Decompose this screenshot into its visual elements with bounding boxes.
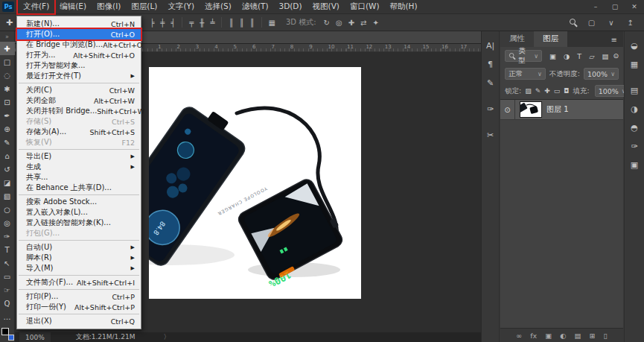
file-menu-item[interactable]: 生成▶ bbox=[17, 162, 141, 172]
menu-item-5[interactable]: 选择(S) bbox=[200, 0, 237, 13]
restore-icon[interactable]: ▢ bbox=[605, 1, 625, 12]
menu-item-1[interactable]: 编辑(E) bbox=[54, 0, 92, 13]
menu-file[interactable]: 文件(F) bbox=[18, 0, 54, 13]
lock-move-icon[interactable]: ✚ bbox=[544, 87, 550, 95]
menu-item-2[interactable]: 图像(I) bbox=[92, 0, 126, 13]
status-expand-icon[interactable]: 〉 bbox=[163, 332, 170, 342]
adjustment-layer-icon[interactable]: ◐ bbox=[560, 332, 566, 340]
filter-type-select[interactable]: 类型 ∨ bbox=[505, 50, 542, 62]
gradient-tool[interactable]: ▧ bbox=[0, 189, 15, 203]
3d-drag-icon[interactable]: ✚ bbox=[345, 19, 357, 27]
layer-style-icon[interactable]: fx bbox=[530, 332, 537, 340]
blend-mode-select[interactable]: 正常 ∨ bbox=[505, 68, 546, 80]
marquee-tool[interactable]: □ bbox=[0, 55, 15, 69]
paragraph-panel-icon[interactable]: ¶ bbox=[482, 56, 499, 72]
shape-tool[interactable]: ▭ bbox=[0, 270, 15, 283]
file-menu-item[interactable]: 在 Behance 上共享(D)... bbox=[17, 183, 141, 193]
menu-item-7[interactable]: 3D(D) bbox=[273, 0, 307, 13]
menu-item-8[interactable]: 视图(V) bbox=[307, 0, 345, 13]
type-tool[interactable]: T bbox=[0, 243, 15, 256]
new-layer-icon[interactable]: ⊞ bbox=[589, 332, 595, 340]
path-selection-tool[interactable]: ↖ bbox=[0, 256, 15, 270]
file-menu-item[interactable]: 打印(P)...Ctrl+P bbox=[17, 291, 141, 302]
3d-roll-icon[interactable]: ◎ bbox=[333, 19, 345, 27]
swatches-panel-icon[interactable]: ▦ bbox=[626, 56, 643, 72]
lock-transparent-icon[interactable]: ▨ bbox=[525, 87, 532, 95]
hand-tool[interactable]: ☞ bbox=[0, 283, 15, 297]
background-color-swatch[interactable] bbox=[8, 335, 14, 341]
move-tool-options-icon[interactable]: ✚ bbox=[3, 18, 16, 28]
dodge-tool[interactable]: ◎ bbox=[0, 216, 15, 229]
blur-tool[interactable]: ○ bbox=[0, 203, 15, 216]
zoom-level-field[interactable]: 100% bbox=[19, 332, 51, 342]
distribute-options-icon[interactable]: ▦ bbox=[266, 19, 278, 27]
group-layers-icon[interactable]: ▤ bbox=[574, 332, 581, 340]
file-menu-item[interactable]: 打开为...Alt+Shift+Ctrl+O bbox=[17, 50, 141, 60]
align-top-edges-icon[interactable]: ╤ bbox=[186, 19, 197, 27]
document-canvas[interactable]: 84.8 100% YOOLOPE CHARGER bbox=[149, 67, 361, 299]
align-vertical-centers-icon[interactable]: ╫ bbox=[197, 19, 207, 27]
filter-pin-icon[interactable]: ⊙ bbox=[613, 52, 619, 60]
eraser-tool[interactable]: ◪ bbox=[0, 176, 15, 189]
3d-orbit-icon[interactable]: ↻ bbox=[321, 19, 333, 27]
panel-menu-icon[interactable]: ≡ bbox=[605, 36, 623, 47]
pen-tool[interactable]: ✑ bbox=[0, 229, 15, 243]
filter-type-icon[interactable]: T bbox=[576, 52, 583, 60]
styles-panel-icon[interactable]: ◓ bbox=[626, 119, 643, 136]
layer-row[interactable]: ⊙图层 1 bbox=[500, 100, 623, 120]
eyedropper-tool[interactable]: ✒ bbox=[0, 109, 15, 122]
menu-item-10[interactable]: 帮助(H) bbox=[385, 0, 423, 13]
search-icon[interactable] bbox=[570, 19, 578, 27]
file-menu-item[interactable]: 打印一份(Y)Alt+Shift+Ctrl+P bbox=[17, 302, 141, 312]
file-menu-item[interactable]: 文件简介(F)...Alt+Shift+Ctrl+I bbox=[17, 277, 141, 288]
edit-toolbar-icon[interactable]: … bbox=[0, 310, 15, 323]
tab-图层[interactable]: 图层 bbox=[534, 31, 567, 47]
close-icon[interactable]: ✕ bbox=[625, 1, 644, 12]
file-menu-item[interactable]: 在 Bridge 中浏览(B)...Alt+Ctrl+O bbox=[17, 39, 141, 50]
filter-image-icon[interactable]: ▣ bbox=[548, 52, 558, 60]
menu-item-6[interactable]: 滤镜(T) bbox=[237, 0, 274, 13]
menu-item-3[interactable]: 图层(L) bbox=[126, 0, 162, 13]
expand-toolbar-icon[interactable]: » bbox=[0, 31, 15, 42]
file-menu-item[interactable]: 关闭并转到 Bridge...Shift+Ctrl+W bbox=[17, 106, 141, 116]
paths-panel-icon[interactable]: ✑ bbox=[626, 138, 643, 154]
3d-slide-icon[interactable]: ⇄ bbox=[357, 19, 369, 27]
tab-属性[interactable]: 属性 bbox=[500, 31, 534, 47]
lock-artboard-icon[interactable]: ▭ bbox=[554, 87, 561, 95]
align-left-edges-icon[interactable]: ╞ bbox=[147, 19, 157, 27]
file-menu-item[interactable]: 自动(U)▶ bbox=[17, 242, 141, 253]
brush-panel-icon[interactable]: ✑ bbox=[482, 101, 499, 117]
link-layers-icon[interactable]: ∞ bbox=[516, 332, 522, 340]
file-menu-item[interactable]: 共享... bbox=[17, 172, 141, 183]
foreground-color-swatch[interactable] bbox=[1, 328, 9, 335]
file-menu-item[interactable]: 关闭全部Alt+Ctrl+W bbox=[17, 95, 141, 106]
lock-paint-icon[interactable]: ✎ bbox=[535, 87, 541, 95]
layer-thumbnail[interactable] bbox=[520, 102, 541, 117]
libraries-panel-icon[interactable]: ▤ bbox=[626, 82, 643, 98]
clone-stamp-tool[interactable]: ⌂ bbox=[0, 149, 15, 162]
distribute-right-icon[interactable]: ║ bbox=[246, 19, 257, 27]
file-menu-item[interactable]: 导出(E)▶ bbox=[17, 151, 141, 162]
zoom-tool[interactable]: Q bbox=[0, 297, 15, 310]
filter-adjustment-icon[interactable]: ◑ bbox=[562, 52, 571, 60]
tool-presets-panel-icon[interactable]: ✂ bbox=[482, 127, 499, 143]
layer-visibility-icon[interactable]: ⊙ bbox=[500, 100, 515, 119]
chevron-down-icon[interactable]: ∨ bbox=[605, 19, 616, 27]
delete-layer-icon[interactable]: ▯ bbox=[603, 332, 607, 340]
quick-selection-tool[interactable]: ✱ bbox=[0, 82, 15, 95]
workspace-icon[interactable]: ▢ bbox=[585, 19, 598, 27]
file-menu-item[interactable]: 脚本(R)▶ bbox=[17, 253, 141, 263]
menu-item-4[interactable]: 文字(Y) bbox=[162, 0, 200, 13]
filter-shape-icon[interactable]: ▱ bbox=[587, 52, 596, 60]
history-brush-tool[interactable]: ↺ bbox=[0, 162, 15, 176]
file-menu-item[interactable]: 导入(M)▶ bbox=[17, 263, 141, 273]
align-right-edges-icon[interactable]: ╡ bbox=[168, 19, 178, 27]
brush-tool[interactable]: ✎ bbox=[0, 136, 15, 149]
lasso-tool[interactable]: ◌ bbox=[0, 69, 15, 82]
menu-item-9[interactable]: 窗口(W) bbox=[345, 0, 385, 13]
brush-settings-panel-icon[interactable]: ✎ bbox=[482, 75, 499, 91]
filter-smart-object-icon[interactable]: ▤ bbox=[600, 52, 610, 60]
file-menu-item[interactable]: 置入嵌入对象(L)... bbox=[17, 207, 141, 218]
file-menu-item[interactable]: 打开为智能对象... bbox=[17, 60, 141, 71]
lock-all-icon[interactable]: ◘ bbox=[564, 87, 569, 95]
